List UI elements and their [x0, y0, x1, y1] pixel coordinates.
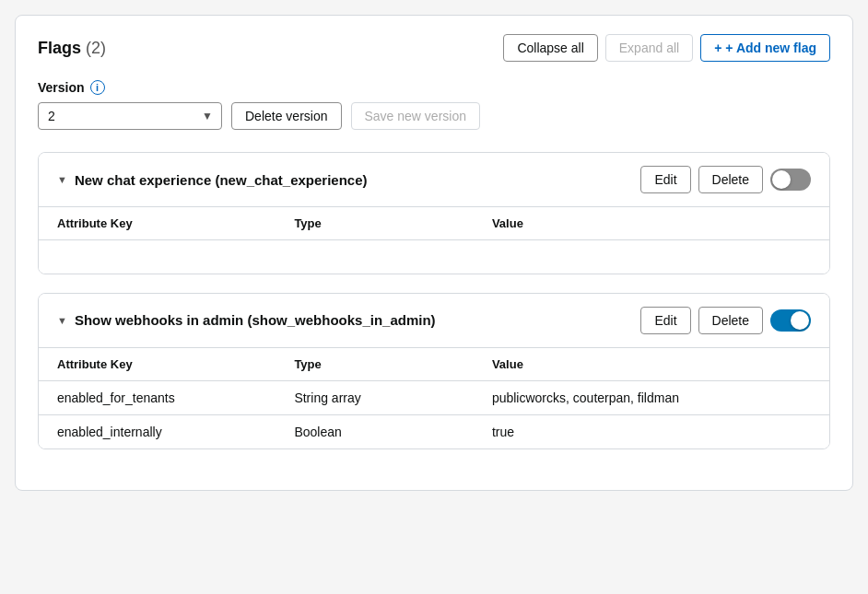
version-controls: 2 1 3 ▼ Delete version Save new version: [38, 102, 830, 130]
table-row: enabled_for_tenantsString arraypublicwor…: [39, 380, 829, 414]
table-column-header: Type: [276, 207, 474, 240]
page-title: Flags (2): [38, 39, 106, 58]
table-cell-value: publicworcks, couterpan, fildman: [474, 380, 829, 414]
flag-name: New chat experience (new_chat_experience…: [75, 172, 368, 188]
table-cell-key: enabled_for_tenants: [39, 380, 276, 414]
table-row: enabled_internallyBooleantrue: [39, 414, 829, 448]
flag-name: Show webhooks in admin (show_webhooks_in…: [75, 312, 436, 328]
flag-header-show_webhooks_in_admin: ▼Show webhooks in admin (show_webhooks_i…: [39, 294, 829, 347]
flag-table-show_webhooks_in_admin: Attribute KeyTypeValueenabled_for_tenant…: [39, 347, 829, 448]
table-empty-cell: [39, 240, 276, 274]
version-select[interactable]: 2 1 3: [38, 102, 222, 130]
flag-edit-button-show_webhooks_in_admin[interactable]: Edit: [640, 307, 690, 334]
flags-list: ▼New chat experience (new_chat_experienc…: [38, 152, 830, 449]
delete-version-button[interactable]: Delete version: [231, 102, 342, 130]
flag-chevron-icon[interactable]: ▼: [57, 315, 67, 326]
flag-title-area: ▼Show webhooks in admin (show_webhooks_i…: [57, 312, 436, 328]
flag-card-show_webhooks_in_admin: ▼Show webhooks in admin (show_webhooks_i…: [38, 293, 830, 449]
toggle-thumb: [791, 311, 809, 330]
toggle-thumb: [772, 170, 791, 189]
add-new-flag-button[interactable]: + + Add new flag: [700, 34, 830, 62]
flag-delete-button-show_webhooks_in_admin[interactable]: Delete: [698, 307, 763, 334]
flag-header-new_chat_experience: ▼New chat experience (new_chat_experienc…: [39, 153, 829, 206]
flag-actions: EditDelete: [640, 307, 811, 334]
table-cell-type: String array: [276, 380, 474, 414]
table-cell-key: enabled_internally: [39, 414, 276, 448]
flag-title-area: ▼New chat experience (new_chat_experienc…: [57, 172, 368, 188]
table-empty-row: [39, 240, 829, 274]
table-column-header: Attribute Key: [39, 347, 276, 380]
table-empty-cell: [276, 240, 474, 274]
flag-toggle-show_webhooks_in_admin[interactable]: [770, 309, 811, 332]
table-column-header: Value: [474, 207, 829, 240]
flag-edit-button-new_chat_experience[interactable]: Edit: [640, 166, 690, 193]
expand-all-button: Expand all: [605, 34, 693, 62]
version-info-icon[interactable]: i: [90, 80, 105, 95]
flag-delete-button-new_chat_experience[interactable]: Delete: [698, 166, 763, 193]
table-cell-value: true: [474, 414, 829, 448]
table-column-header: Attribute Key: [39, 207, 276, 240]
flag-chevron-icon[interactable]: ▼: [57, 174, 67, 185]
save-version-button: Save new version: [351, 102, 481, 130]
flags-header: Flags (2) Collapse all Expand all + + Ad…: [38, 34, 830, 62]
header-actions: Collapse all Expand all + + Add new flag: [503, 34, 830, 62]
table-cell-type: Boolean: [276, 414, 474, 448]
collapse-all-button[interactable]: Collapse all: [503, 34, 597, 62]
flag-actions: EditDelete: [640, 166, 811, 193]
flags-container: Flags (2) Collapse all Expand all + + Ad…: [15, 15, 853, 491]
table-empty-cell: [474, 240, 829, 274]
table-column-header: Type: [276, 347, 474, 380]
version-select-wrapper: 2 1 3 ▼: [38, 102, 222, 130]
version-label: Version i: [38, 80, 830, 95]
table-column-header: Value: [474, 347, 829, 380]
flag-table-new_chat_experience: Attribute KeyTypeValue: [39, 206, 829, 274]
flag-card-new_chat_experience: ▼New chat experience (new_chat_experienc…: [38, 152, 830, 274]
flag-toggle-new_chat_experience[interactable]: [770, 169, 811, 191]
plus-icon: +: [714, 41, 721, 55]
version-section: Version i 2 1 3 ▼ Delete version Save ne…: [38, 80, 830, 130]
